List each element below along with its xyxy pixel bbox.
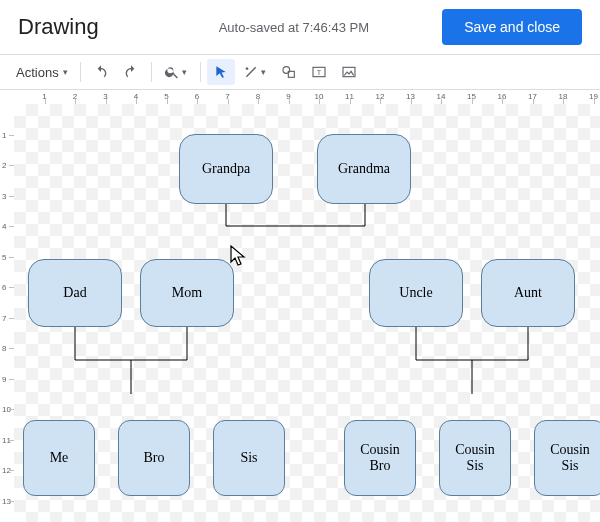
redo-icon — [123, 64, 139, 80]
chevron-down-icon: ▾ — [261, 67, 266, 77]
shape-label: Me — [50, 450, 69, 466]
shape-label: Bro — [144, 450, 165, 466]
textbox-tool[interactable]: T — [305, 59, 333, 85]
actions-menu[interactable]: Actions ▾ — [10, 59, 74, 85]
drawing-canvas[interactable]: Grandpa Grandma Dad Mom Uncle Aunt Me Br… — [14, 104, 600, 522]
shape-cousin-sis-1[interactable]: Cousin Sis — [439, 420, 511, 496]
shape-label: Grandpa — [202, 161, 250, 177]
shape-mom[interactable]: Mom — [140, 259, 234, 327]
shape-label: Grandma — [338, 161, 390, 177]
shape-uncle[interactable]: Uncle — [369, 259, 463, 327]
undo-button[interactable] — [87, 59, 115, 85]
ruler-horizontal[interactable]: 12345678910111213141516171819 — [14, 90, 600, 105]
select-tool[interactable] — [207, 59, 235, 85]
shape-cousin-sis-2[interactable]: Cousin Sis — [534, 420, 600, 496]
toolbar-separator — [80, 62, 81, 82]
image-tool[interactable] — [335, 59, 363, 85]
line-icon — [243, 64, 259, 80]
ruler-corner — [0, 90, 15, 105]
shapes-layer: Grandpa Grandma Dad Mom Uncle Aunt Me Br… — [14, 104, 600, 522]
ruler-vertical[interactable]: 12345678910111213 — [0, 104, 15, 522]
shape-label: Dad — [63, 285, 86, 301]
shape-bro[interactable]: Bro — [118, 420, 190, 496]
shape-icon — [281, 64, 297, 80]
shape-tool[interactable] — [275, 59, 303, 85]
save-and-close-button[interactable]: Save and close — [442, 9, 582, 45]
zoom-button[interactable]: ▾ — [158, 59, 194, 85]
line-tool[interactable]: ▾ — [237, 59, 273, 85]
actions-label: Actions — [16, 65, 59, 80]
shape-label: Cousin Bro — [360, 442, 400, 474]
shape-aunt[interactable]: Aunt — [481, 259, 575, 327]
dialog-header: Drawing Auto-saved at 7:46:43 PM Save an… — [0, 0, 600, 54]
toolbar-separator — [200, 62, 201, 82]
image-icon — [341, 64, 357, 80]
shape-label: Mom — [172, 285, 202, 301]
undo-icon — [93, 64, 109, 80]
chevron-down-icon: ▾ — [63, 67, 68, 77]
shape-label: Sis — [240, 450, 257, 466]
toolbar: Actions ▾ ▾ ▾ T — [0, 54, 600, 90]
chevron-down-icon: ▾ — [182, 67, 187, 77]
shape-sis[interactable]: Sis — [213, 420, 285, 496]
shape-grandma[interactable]: Grandma — [317, 134, 411, 204]
drawing-stage: 12345678910111213141516171819 1234567891… — [0, 90, 600, 522]
zoom-icon — [164, 64, 180, 80]
cursor-icon — [214, 65, 228, 79]
shape-dad[interactable]: Dad — [28, 259, 122, 327]
shape-label: Cousin Sis — [550, 442, 590, 474]
textbox-icon: T — [311, 64, 327, 80]
shape-label: Cousin Sis — [455, 442, 495, 474]
svg-text:T: T — [316, 68, 321, 77]
shape-cousin-bro[interactable]: Cousin Bro — [344, 420, 416, 496]
toolbar-separator — [151, 62, 152, 82]
shape-label: Aunt — [514, 285, 542, 301]
shape-grandpa[interactable]: Grandpa — [179, 134, 273, 204]
shape-me[interactable]: Me — [23, 420, 95, 496]
dialog-title: Drawing — [18, 14, 99, 40]
redo-button[interactable] — [117, 59, 145, 85]
shape-label: Uncle — [399, 285, 432, 301]
autosave-status: Auto-saved at 7:46:43 PM — [219, 20, 443, 35]
